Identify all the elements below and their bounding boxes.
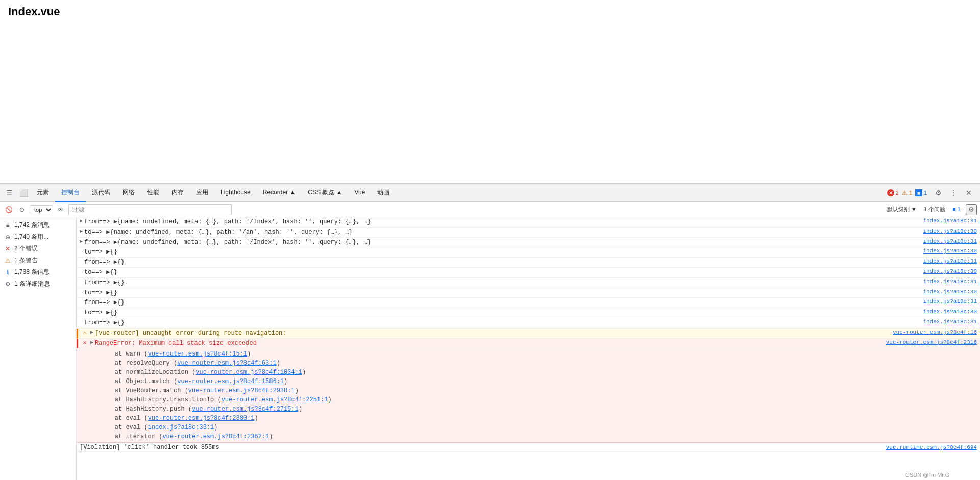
violation-source-link[interactable]: vue.runtime.esm.js?8c4f:694 — [886, 444, 977, 450]
stack-link[interactable]: vue-router.esm.js?8c4f:15:1 — [148, 350, 247, 358]
tab-css-overview[interactable]: CSS 概览 ▲ — [302, 184, 348, 202]
stack-trace-line: at resolveQuery (vue-router.esm.js?8c4f:… — [92, 359, 977, 368]
device-icon[interactable]: ⬜ — [16, 186, 31, 200]
close-devtools-icon[interactable]: ✕ — [962, 186, 976, 200]
log-source-link[interactable]: index.js?a18c:30 — [923, 268, 977, 274]
stack-trace-line: at warn (vue-router.esm.js?8c4f:15:1) — [92, 349, 977, 359]
tab-sources[interactable]: 源代码 — [86, 184, 116, 202]
devtools-panel: ☰ ⬜ 元素 控制台 源代码 网络 性能 内存 应用 Lighthouse Re… — [0, 184, 980, 480]
stack-link[interactable]: vue-router.esm.js?8c4f:63:1 — [177, 360, 276, 367]
log-row: ▶ to==> ▶{} index.js?a18c:30 — [77, 268, 980, 278]
stack-link[interactable]: vue-router.esm.js?8c4f:1034:1 — [195, 369, 302, 376]
stack-link[interactable]: index.js?a18c:33:1 — [148, 424, 214, 431]
log-source-link[interactable]: index.js?a18c:30 — [923, 309, 977, 315]
log-row: ▶ to==> ▶{name: undefined, meta: {…}, pa… — [77, 228, 980, 238]
log-source-link[interactable]: index.js?a18c:31 — [923, 218, 977, 224]
stack-link[interactable]: vue-router.esm.js?8c4f:2715:1 — [192, 406, 299, 413]
expand-arrow[interactable]: ▶ — [80, 228, 83, 234]
error-source-link[interactable]: vue-router.esm.js?8c4f:2316 — [886, 339, 977, 345]
console-sidebar: ≡ 1,742 条消息 ⊖ 1,740 条用... ✕ 2 个错误 ⚠ 1 条警… — [0, 217, 77, 480]
log-row: ▶ from==> ▶{} index.js?a18c:31 — [77, 298, 980, 308]
all-messages-icon: ≡ — [4, 222, 11, 229]
expand-arrow[interactable]: ▶ — [80, 218, 83, 224]
tab-application[interactable]: 应用 — [190, 184, 214, 202]
filter-input[interactable] — [68, 204, 232, 215]
console-settings-icon[interactable]: ⚙ — [966, 204, 977, 215]
error-detail: at warn (vue-router.esm.js?8c4f:15:1) at… — [77, 348, 980, 443]
inspect-icon[interactable]: ☰ — [2, 186, 16, 200]
log-source-link[interactable]: index.js?a18c:30 — [923, 248, 977, 254]
show-eye-icon[interactable]: 👁 — [55, 204, 66, 215]
stack-trace-line: at HashHistory.transitionTo (vue-router.… — [92, 395, 977, 405]
tab-animation[interactable]: 动画 — [371, 184, 396, 202]
errors-icon: ✕ — [4, 245, 11, 252]
settings-icon[interactable]: ⚙ — [931, 186, 945, 200]
sidebar-item-info[interactable]: ℹ 1,738 条信息 — [0, 266, 76, 278]
tab-elements[interactable]: 元素 — [31, 184, 55, 202]
stack-link[interactable]: vue-router.esm.js?8c4f:2362:1 — [162, 433, 269, 440]
stack-trace-line: at iterator (vue-router.esm.js?8c4f:2362… — [92, 432, 977, 441]
info-badge: ■ 1 — [915, 189, 927, 196]
tab-network[interactable]: 网络 — [116, 184, 141, 202]
stack-link[interactable]: vue-router.esm.js?8c4f:2380:1 — [148, 415, 255, 422]
tab-performance[interactable]: 性能 — [141, 184, 165, 202]
log-row: ▶ to==> ▶{} index.js?a18c:30 — [77, 288, 980, 298]
sidebar-item-warnings[interactable]: ⚠ 1 条警告 — [0, 255, 76, 266]
preserve-log-icon[interactable]: ⊙ — [16, 204, 28, 215]
info-square-icon: ■ — [915, 189, 922, 196]
tab-lighthouse[interactable]: Lighthouse — [214, 184, 257, 202]
sidebar-item-user[interactable]: ⊖ 1,740 条用... — [0, 231, 76, 243]
sidebar-item-errors[interactable]: ✕ 2 个错误 — [0, 243, 76, 255]
stack-link[interactable]: vue-router.esm.js?8c4f:2251:1 — [222, 396, 328, 403]
error-badge: ✕ 2 — [887, 189, 899, 196]
log-source-link[interactable]: index.js?a18c:31 — [923, 279, 977, 285]
tab-right-icons: ✕ 2 ⚠ 1 ■ 1 ⚙ ⋮ ✕ — [887, 186, 976, 200]
log-source-link[interactable]: index.js?a18c:30 — [923, 289, 977, 295]
tab-vue[interactable]: Vue — [349, 184, 372, 202]
more-options-icon[interactable]: ⋮ — [946, 186, 961, 200]
stack-trace-line: at eval (vue-router.esm.js?8c4f:2380:1) — [92, 414, 977, 423]
stack-trace-line: at eval (index.js?a18c:33:1) — [92, 423, 977, 432]
warn-badge: ⚠ 1 — [902, 189, 912, 196]
tabs-bar: ☰ ⬜ 元素 控制台 源代码 网络 性能 内存 应用 Lighthouse Re… — [0, 184, 980, 202]
log-row: ▶ to==> ▶{} index.js?a18c:30 — [77, 247, 980, 258]
sidebar-item-all[interactable]: ≡ 1,742 条消息 — [0, 219, 76, 231]
warn-triangle-icon: ⚠ — [902, 189, 908, 196]
tab-recorder[interactable]: Recorder ▲ — [257, 184, 302, 202]
warn-source-link[interactable]: vue-router.esm.js?8c4f:16 — [893, 329, 977, 335]
top-level-select[interactable]: top — [30, 205, 53, 214]
log-row-error: ✕ ▶ RangeError: Maximum call stack size … — [77, 339, 980, 349]
verbose-icon: ⚙ — [4, 281, 11, 288]
tab-memory[interactable]: 内存 — [165, 184, 190, 202]
log-source-link[interactable]: index.js?a18c:31 — [923, 258, 977, 264]
default-level-label: 默认级别 ▼ — [887, 206, 917, 213]
warn-icon: ⚠ — [81, 329, 88, 336]
stack-trace-line: at HashHistory.push (vue-router.esm.js?8… — [92, 405, 977, 414]
log-source-link[interactable]: index.js?a18c:30 — [923, 228, 977, 234]
expand-arrow[interactable]: ▶ — [90, 339, 93, 345]
log-source-link[interactable]: index.js?a18c:31 — [923, 238, 977, 244]
info-icon: ℹ — [4, 269, 11, 276]
clear-console-icon[interactable]: 🚫 — [3, 204, 14, 215]
stack-trace-line: at normalizeLocation (vue-router.esm.js?… — [92, 368, 977, 377]
log-row-warn: ⚠ ▶ [vue-router] uncaught error during r… — [77, 329, 980, 339]
log-row: ▶ from==> ▶{} index.js?a18c:31 — [77, 278, 980, 288]
console-toolbar: 🚫 ⊙ top 👁 默认级别 ▼ 1 个问题： ■ 1 ⚙ — [0, 202, 980, 217]
sidebar-item-verbose[interactable]: ⚙ 1 条详细消息 — [0, 278, 76, 290]
tab-console[interactable]: 控制台 — [55, 184, 86, 202]
stack-trace-line: at Object.match (vue-router.esm.js?8c4f:… — [92, 377, 977, 386]
log-row: ▶ from==> ▶{} index.js?a18c:31 — [77, 258, 980, 268]
warnings-icon: ⚠ — [4, 257, 11, 264]
log-row: ▶ from==> ▶{} index.js?a18c:31 — [77, 318, 980, 329]
stack-link[interactable]: vue-router.esm.js?8c4f:1586:1 — [177, 378, 284, 385]
expand-arrow[interactable]: ▶ — [90, 329, 93, 335]
log-source-link[interactable]: index.js?a18c:31 — [923, 319, 977, 325]
log-source-link[interactable]: index.js?a18c:31 — [923, 298, 977, 305]
stack-trace-line: at VueRouter.match (vue-router.esm.js?8c… — [92, 386, 977, 395]
page-preview-area: Index.vue — [0, 0, 980, 184]
expand-arrow[interactable]: ▶ — [80, 238, 83, 244]
page-title: Index.vue — [8, 5, 972, 18]
log-row: ▶ from==> ▶{name: undefined, meta: {…}, … — [77, 238, 980, 248]
watermark: CSDN @l'm Mr.G — [905, 472, 949, 478]
stack-link[interactable]: vue-router.esm.js?8c4f:2938:1 — [188, 387, 295, 394]
